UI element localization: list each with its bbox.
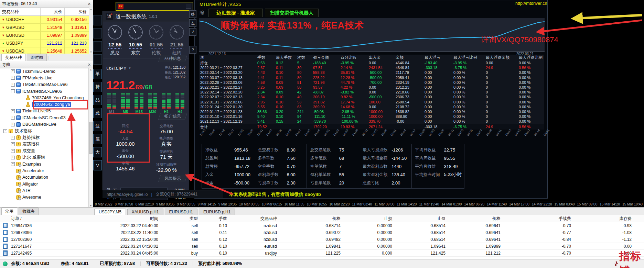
expand-icon[interactable]: + [11, 136, 15, 139]
side-tab-4[interactable]: 魔 [93, 108, 102, 118]
order-row[interactable]: 1271416472022.03.24 04:30:02sell0.10euru… [0, 243, 644, 250]
orders-column-header[interactable]: 价格 [280, 216, 343, 222]
tree-item[interactable]: ATR [0, 187, 89, 194]
chart-tab-4[interactable]: EURUSD.p,H1 [199, 209, 235, 215]
orders-column-header[interactable]: 订单 / [10, 216, 58, 222]
stats-table-row: 2022.02.21 ~ 2022.02.273.250.095893.574.… [199, 85, 544, 90]
tree-item[interactable]: +Tickmill-Live05 [0, 108, 89, 114]
tree-item[interactable]: Alligator [0, 181, 89, 187]
scroll-down-icon[interactable]: ▼ [90, 51, 92, 53]
orders-column-header[interactable]: 价格 [448, 216, 503, 222]
collapse-icon[interactable]: - [11, 89, 15, 93]
scroll-up-icon[interactable]: ▲ [90, 68, 92, 71]
tree-item[interactable]: +FPMarkets-Live [0, 75, 89, 81]
column-ask[interactable]: 买价 [65, 8, 89, 15]
expand-icon[interactable]: + [11, 109, 15, 113]
mini-button-4[interactable]: ? [189, 46, 196, 54]
scroll-thumb[interactable] [89, 122, 93, 154]
chart-tab-3[interactable]: EURUSD,H1 [165, 209, 197, 215]
tree-item[interactable]: Awesome [0, 194, 89, 201]
tab-favorites[interactable]: 收藏夹 [19, 208, 39, 215]
expand-icon[interactable]: + [11, 83, 15, 87]
side-tab-5[interactable]: 波 [93, 121, 102, 131]
orders-column-header[interactable]: 类型 [161, 216, 201, 222]
scroll-down-icon[interactable]: ▼ [90, 204, 92, 207]
expand-icon[interactable]: + [11, 116, 15, 120]
side-tab-hidden[interactable] [93, 54, 102, 65]
tree-item[interactable]: -技术指标 [0, 128, 89, 134]
tab-tick-chart[interactable]: 即时图 [27, 54, 47, 61]
maihui-data-button[interactable]: 迈汇数据 - 推送家 [208, 9, 263, 17]
tree-item[interactable]: +Examples [0, 161, 89, 167]
tab-summary-stub[interactable]: 综 [200, 10, 204, 16]
mtdriver-url[interactable]: http://mtdriver.cn [515, 1, 547, 6]
time-axis-label: 9 Mar 19:35 [218, 202, 237, 206]
chart-tab-1[interactable]: USDJPY,M5 [94, 209, 126, 215]
mini-button-3[interactable]: √ [189, 28, 196, 36]
tree-item[interactable]: +震荡指标 [0, 141, 89, 147]
orders-column-header[interactable]: 止损 [343, 216, 395, 222]
orders-column-header[interactable]: 时间 [58, 216, 161, 222]
expand-icon[interactable]: + [11, 162, 15, 166]
orders-column-header[interactable]: 手续费 [503, 216, 574, 222]
tab-common[interactable]: 常用 [1, 208, 17, 215]
tree-item[interactable]: +TMGM.TradeMax-Live6 [0, 81, 89, 88]
mini-button-1[interactable]: 移 [189, 10, 196, 18]
side-tab-2[interactable]: 持 [93, 82, 102, 92]
side-tab-hidden[interactable] [93, 41, 102, 52]
tree-item[interactable]: +趋势指标 [0, 134, 89, 141]
clock-face-icon [105, 25, 125, 41]
tree-item[interactable]: 70034642: zong ya [0, 101, 89, 108]
tree-item[interactable]: Accelerator [0, 167, 89, 174]
orders-column-header[interactable]: 交易品种 [230, 216, 280, 222]
scan-signal-robot-button[interactable]: 扫描交易信号机器人 [265, 9, 319, 17]
tree-item[interactable]: +DBGMarkets-Live [0, 121, 89, 127]
orders-column-header[interactable]: 库存费 [574, 216, 634, 222]
market-row[interactable]: ▼GBPUSD1.319481.31951 [0, 24, 93, 32]
market-row[interactable]: ▼USDCHF0.931540.93156 [0, 16, 93, 24]
expand-icon[interactable]: + [11, 69, 15, 73]
order-row[interactable]: 1270023602022.03.22 15:50:00sell0.12nzdu… [0, 236, 644, 243]
tab-symbols[interactable]: 交易品种 [1, 54, 25, 61]
expand-icon[interactable]: + [11, 149, 15, 153]
tree-item[interactable]: +比尔 威廉姆 [0, 154, 89, 161]
order-row[interactable]: 1269790962022.03.22 11:40:00sell0.11nzdu… [0, 229, 644, 236]
close-icon[interactable]: ✕ [88, 63, 91, 67]
order-row[interactable]: 1269473362022.03.22 04:40:00sell0.10nzdu… [0, 222, 644, 229]
mini-button-2[interactable]: 左 [189, 19, 196, 27]
tree-item[interactable]: 70037468: Yao Chuanliang [0, 94, 89, 101]
column-bid[interactable]: 卖价 [41, 8, 65, 15]
side-tab-7[interactable]: 大 [93, 147, 102, 157]
market-watch-scrollbar[interactable]: ▲▼ [89, 8, 93, 54]
close-icon[interactable]: ✕ [88, 2, 91, 6]
expand-icon[interactable]: + [11, 142, 15, 146]
expand-icon[interactable]: + [11, 123, 15, 126]
chart-tab-2[interactable]: XAUUSD.p,H1 [127, 209, 163, 215]
scroll-up-icon[interactable]: ▲ [90, 8, 92, 10]
minimize-icon[interactable]: – [186, 4, 191, 9]
side-tab-6[interactable]: 属 [93, 134, 102, 144]
market-row[interactable]: ▼EURUSD1.098971.09899 [0, 32, 93, 40]
expand-icon[interactable]: + [11, 76, 15, 80]
column-symbol[interactable]: 交易品种 [0, 8, 41, 15]
daoyi-url[interactable]: https://daoyi-sj.gitee.io [107, 192, 148, 197]
navigator-scrollbar[interactable]: ▲▼ [88, 68, 93, 207]
side-tab-hidden[interactable] [93, 28, 102, 38]
side-tab-8[interactable]: V [93, 160, 102, 170]
side-tab-hidden[interactable] [93, 15, 102, 25]
orders-column-header[interactable]: 止盈 [395, 216, 448, 222]
side-tab-1[interactable]: 单 [93, 69, 102, 79]
tree-item[interactable]: +TickmillEU-Demo [0, 68, 89, 75]
tree-item[interactable]: -ICMarketsSC-Live06 [0, 88, 89, 94]
symbol-dropdown[interactable]: USDJPY▼ [106, 65, 131, 71]
expand-icon[interactable]: + [11, 156, 15, 159]
market-row[interactable]: ▲USDJPY121.212121.213 [0, 40, 93, 47]
side-tab-3[interactable]: 品 [93, 95, 102, 105]
tree-item[interactable]: +成交量 [0, 148, 89, 154]
orders-column-header[interactable]: 手数 [201, 216, 230, 222]
tree-item[interactable]: +ICMarketsSC-Demo03 [0, 114, 89, 121]
price-display: 121.2 69 / 68 [103, 78, 189, 92]
order-row[interactable]: 1271424952022.03.24 04:45:00buy0.10usdjp… [0, 250, 644, 257]
collapse-icon[interactable]: - [3, 129, 7, 133]
tree-item[interactable]: Accumulation [0, 174, 89, 181]
